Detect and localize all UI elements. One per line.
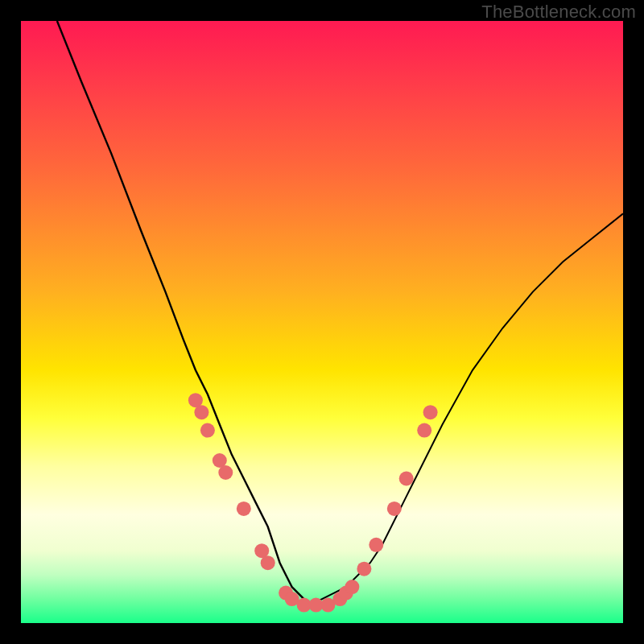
curve-left-curve bbox=[57, 21, 310, 605]
marker-point bbox=[200, 423, 215, 438]
marker-point bbox=[345, 580, 359, 594]
chart-frame bbox=[21, 21, 623, 623]
marker-point bbox=[261, 555, 275, 570]
marker-point bbox=[423, 405, 438, 419]
curve-lines bbox=[57, 21, 623, 605]
marker-point bbox=[399, 472, 414, 486]
chart-svg bbox=[21, 21, 623, 623]
marker-point bbox=[237, 502, 251, 516]
marker-point bbox=[417, 423, 431, 438]
marker-point bbox=[369, 538, 383, 552]
marker-point bbox=[194, 405, 208, 419]
curve-right-curve bbox=[310, 213, 623, 605]
marker-point bbox=[218, 465, 233, 480]
marker-point bbox=[387, 502, 402, 516]
marker-points bbox=[188, 393, 438, 612]
attribution-text: TheBottleneck.com bbox=[481, 2, 636, 23]
marker-point bbox=[357, 562, 371, 576]
